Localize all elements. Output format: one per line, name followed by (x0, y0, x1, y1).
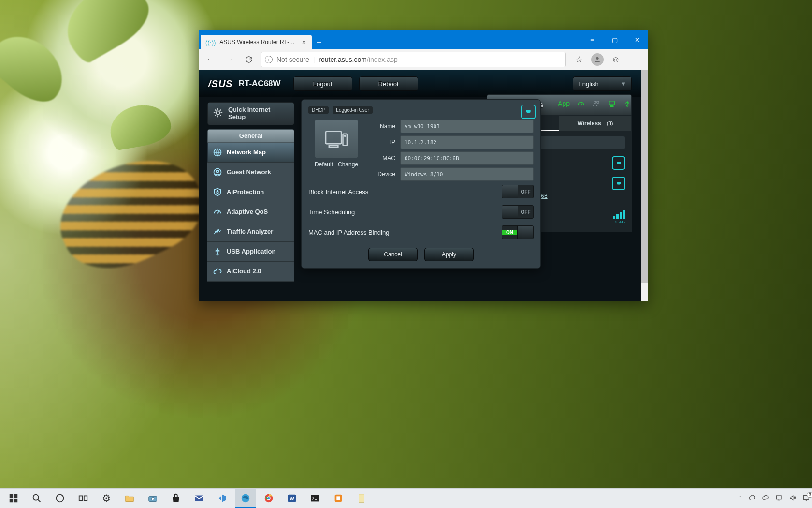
nav-back-button[interactable]: ← (203, 52, 218, 67)
tray-onedrive2-icon[interactable] (762, 494, 769, 503)
scrollbar-thumb[interactable] (641, 70, 648, 283)
label-mac-ip-binding: MAC and IP Address Binding (308, 229, 389, 236)
sidebar-item-adaptive-qos[interactable]: Adaptive QoS (207, 202, 294, 222)
device-type-thumb[interactable] (315, 120, 358, 158)
taskbar-app-notes[interactable] (351, 489, 372, 508)
taskbar-app-camera[interactable] (142, 489, 163, 508)
profile-avatar[interactable] (591, 53, 604, 66)
taskbar-app-edge[interactable] (235, 489, 256, 508)
sidebar-item-guest-network[interactable]: Guest Network (207, 163, 294, 182)
taskbar-app-vm[interactable] (328, 489, 349, 508)
window-maximize-button[interactable]: ▢ (604, 30, 626, 49)
window-close-button[interactable]: ✕ (626, 30, 648, 49)
browser-tab[interactable]: ((⋅)) ASUS Wireless Router RT-AC68W × (201, 35, 312, 49)
lan-port-icon (612, 156, 625, 170)
tray-volume-icon[interactable] (789, 494, 797, 503)
svg-rect-16 (10, 494, 13, 498)
sidebar-section-general: General (207, 129, 294, 143)
asus-logo: /SUS (208, 78, 233, 90)
taskbar-app-settings[interactable]: ⚙ (96, 489, 117, 508)
reboot-button[interactable]: Reboot (359, 76, 418, 91)
sidebar-item-traffic-analyzer[interactable]: Traffic Analyzer (207, 222, 294, 242)
taskbar-app-chrome[interactable] (258, 489, 279, 508)
tray-network-icon[interactable] (775, 494, 783, 503)
svg-point-14 (345, 135, 346, 136)
feedback-button[interactable]: ☺ (609, 52, 623, 67)
app-label[interactable]: App (558, 100, 570, 107)
tray-expand-icon[interactable]: ˄ (739, 495, 742, 502)
taskbar-app-vs[interactable] (212, 489, 233, 508)
chevron-down-icon: ▼ (620, 80, 626, 88)
sidebar-item-aiprotection[interactable]: AiProtection (207, 182, 294, 202)
quick-internet-setup-button[interactable]: Quick InternetSetup (207, 102, 294, 125)
svg-rect-19 (14, 499, 17, 502)
cortana-button[interactable] (49, 489, 71, 508)
language-select[interactable]: English ▼ (573, 76, 632, 91)
logout-button[interactable]: Logout (293, 76, 352, 91)
new-tab-button[interactable]: + (312, 36, 326, 49)
link-default[interactable]: Default (315, 161, 333, 168)
taskbar-app-store[interactable] (165, 489, 187, 508)
notification-count: 3 (807, 492, 812, 498)
settings-menu-button[interactable]: ⋯ (628, 52, 642, 67)
client-ip-input[interactable]: 10.1.2.182 (400, 135, 534, 149)
taskbar-app-terminal[interactable] (304, 489, 326, 508)
client-mac-input[interactable]: 00:0C:29:1C:BC:6B (400, 151, 534, 165)
usb2-icon[interactable] (623, 99, 632, 108)
tray-notifications-button[interactable]: 3 (802, 494, 810, 503)
sidebar-item-usb-application[interactable]: USB Application (207, 242, 294, 262)
client-edit-dialog: DHCP Logged-in User Default Change (301, 99, 541, 269)
task-view-button[interactable] (72, 489, 94, 508)
tab-close-button[interactable]: × (301, 39, 307, 45)
tray-onedrive-icon[interactable] (748, 494, 756, 503)
label-block-internet: Block Internet Access (308, 188, 368, 195)
taskbar-app-mail[interactable] (188, 489, 210, 508)
tab-wireless[interactable]: Wireless (3) (559, 116, 631, 131)
sidebar-item-network-map[interactable]: Network Map (207, 143, 294, 163)
shield-icon (212, 187, 223, 197)
apply-button[interactable]: Apply (424, 248, 474, 261)
system-tray: ˄ 3 (734, 494, 812, 503)
clients-icon[interactable] (592, 99, 601, 108)
sidebar-item-aicloud[interactable]: AiCloud 2.0 (207, 262, 294, 282)
router-header: /SUS RT-AC68W Logout Reboot English ▼ (199, 70, 641, 97)
taskbar-app-word[interactable]: W (281, 489, 303, 508)
svg-point-5 (627, 105, 628, 106)
svg-rect-4 (610, 106, 613, 107)
edge-browser-window: ((⋅)) ASUS Wireless Router RT-AC68W × + … (199, 30, 648, 301)
browser-toolbar: ← → i Not secure | router.asus.com/index… (199, 49, 648, 70)
nav-forward-button[interactable]: → (222, 52, 237, 67)
svg-rect-3 (609, 101, 615, 105)
svg-rect-35 (336, 496, 340, 500)
cancel-button[interactable]: Cancel (368, 248, 418, 261)
client-name-input[interactable]: vm-w10-1903 (400, 120, 534, 133)
speed-gauge-icon[interactable] (577, 99, 585, 108)
link-change[interactable]: Change (338, 161, 358, 168)
window-titlebar[interactable]: ((⋅)) ASUS Wireless Router RT-AC68W × + … (199, 30, 648, 49)
toggle-time-scheduling[interactable]: OFF (502, 205, 534, 219)
lan-port-icon (521, 105, 536, 119)
page-content: /SUS RT-AC68W Logout Reboot English ▼ Ap… (199, 70, 648, 301)
svg-rect-33 (311, 495, 319, 502)
svg-rect-15 (329, 146, 338, 147)
desktop: ((⋅)) ASUS Wireless Router RT-AC68W × + … (0, 0, 812, 508)
start-button[interactable] (3, 489, 24, 508)
toggle-block-internet[interactable]: OFF (502, 185, 534, 198)
svg-rect-23 (84, 496, 87, 500)
usb1-icon[interactable] (608, 99, 616, 108)
site-info-icon[interactable]: i (265, 56, 273, 63)
client-device-input[interactable]: Windows 8/10 (400, 167, 534, 181)
favorites-button[interactable]: ☆ (572, 52, 586, 67)
nav-refresh-button[interactable] (241, 52, 257, 67)
svg-point-6 (216, 111, 219, 114)
tab-title: ASUS Wireless Router RT-AC68W (219, 39, 297, 45)
window-minimize-button[interactable]: ━ (581, 30, 604, 49)
label-time-scheduling: Time Scheduling (308, 209, 355, 216)
logged-in-user-badge: Logged-in User (333, 106, 372, 114)
search-button[interactable] (26, 489, 47, 508)
address-bar[interactable]: i Not secure | router.asus.com/index.asp (261, 52, 566, 67)
svg-rect-36 (359, 494, 364, 503)
taskbar-app-explorer[interactable] (119, 489, 140, 508)
cloud-icon (212, 266, 223, 277)
toggle-mac-ip-binding[interactable]: ON (502, 225, 534, 239)
